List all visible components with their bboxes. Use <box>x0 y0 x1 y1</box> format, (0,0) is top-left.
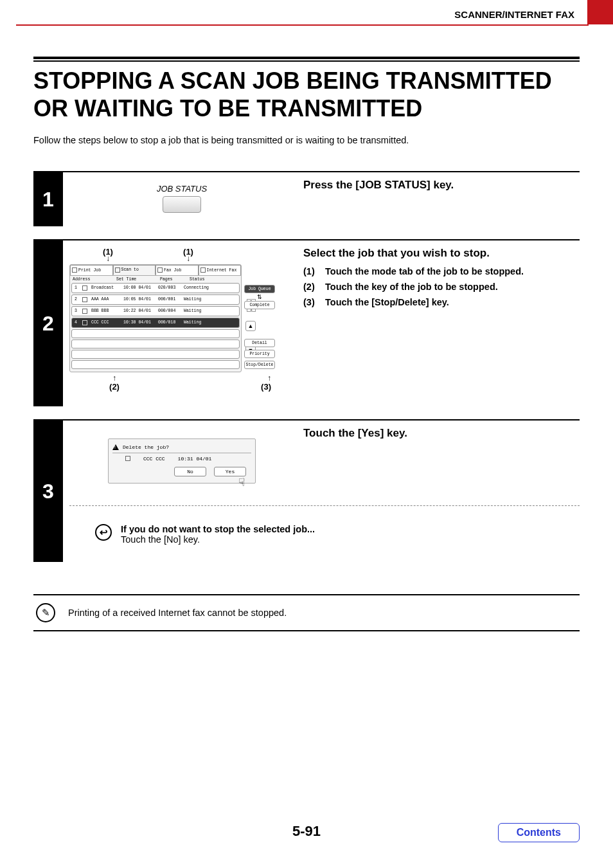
substep: (3)Touch the [Stop/Delete] key. <box>303 297 580 307</box>
job-row-empty <box>71 350 240 359</box>
substep-num: (2) <box>303 282 320 292</box>
pointing-hand-icon: ☟ <box>238 476 245 489</box>
step-3: 3 Delete the job? CCC CCC 10:31 0 <box>33 419 580 562</box>
priority-button[interactable]: Priority <box>244 350 275 358</box>
step2-heading: Select the job that you wish to stop. <box>303 247 580 260</box>
callout-2: (2) <box>69 382 159 392</box>
step3-heading: Touch the [Yes] key. <box>303 427 580 440</box>
tab-scan-to[interactable]: Scan to <box>113 265 156 275</box>
warning-icon <box>112 444 119 450</box>
row-addr: CCC CCC <box>91 320 120 325</box>
row-status: Waiting <box>184 320 201 325</box>
row-time: 10:00 04/01 <box>123 285 154 291</box>
dialog-time: 10:31 04/01 <box>178 456 212 462</box>
info-block: ✎ Printing of a received Internet fax ca… <box>33 594 580 631</box>
col-address: Address <box>73 277 109 282</box>
no-button[interactable]: No <box>174 467 206 476</box>
step-1: 1 JOB STATUS Press the [JOB STATUS] key. <box>33 171 580 226</box>
job-row[interactable]: 1 Broadcast 10:00 04/01 020/003 Connecti… <box>71 283 240 293</box>
callout-3: (3) <box>159 382 271 392</box>
contents-button[interactable]: Contents <box>498 823 580 842</box>
row-pages: 000/001 <box>158 297 180 302</box>
row-time: 10:22 04/01 <box>123 309 154 314</box>
note-text: Touch the [No] key. <box>121 534 315 545</box>
chapter-title: SCANNER/INTERNET FAX <box>454 9 574 20</box>
tab-label: Internet Fax <box>207 268 237 273</box>
col-time: Set Time <box>116 277 152 282</box>
step-number: 2 <box>33 240 63 406</box>
globe-icon <box>200 267 206 273</box>
row-pages: 000/010 <box>158 320 180 325</box>
step2-figure: (1) ↓ (1) ↓ Print Job Scan to Fax Job <box>69 247 294 400</box>
page-number: 5-91 <box>292 823 321 840</box>
tab-internet-fax[interactable]: Internet Fax <box>199 265 242 275</box>
job-row-empty <box>71 360 240 369</box>
note-icon: ✎ <box>36 603 55 622</box>
step-number: 1 <box>33 172 63 226</box>
dialog-job: CCC CCC <box>143 456 165 462</box>
step1-heading: Press the [JOB STATUS] key. <box>303 179 580 192</box>
swap-icon: ⇅ <box>244 296 275 299</box>
mail-icon <box>82 309 87 314</box>
dialog-title: Delete the job? <box>123 444 169 450</box>
row-status: Waiting <box>184 297 201 302</box>
substep-text: Touch the mode tab of the job to be stop… <box>325 266 524 276</box>
step-number: 3 <box>33 420 63 562</box>
printer-icon <box>72 267 77 273</box>
row-addr: Broadcast <box>91 285 120 291</box>
yes-button[interactable]: Yes <box>214 467 246 476</box>
stop-delete-button[interactable]: Stop/Delete <box>244 361 275 369</box>
row-time: 10:05 04/01 <box>123 297 154 302</box>
row-num: 4 <box>75 320 78 325</box>
job-row[interactable]: 2 AAA AAA 10:05 04/01 000/001 Waiting <box>71 294 240 305</box>
info-text: Printing of a received Internet fax cann… <box>68 608 287 618</box>
undo-icon: ↩ <box>95 524 112 541</box>
topic-intro: Follow the steps below to stop a job tha… <box>33 135 580 145</box>
tab-print-job[interactable]: Print Job <box>70 265 113 275</box>
row-num: 2 <box>75 297 78 302</box>
mail-icon <box>82 320 87 325</box>
topic-title: STOPPING A SCAN JOB BEING TRANSMITTED OR… <box>33 67 580 122</box>
header-rule <box>16 24 589 26</box>
tab-label: Fax Job <box>164 268 181 273</box>
job-row[interactable]: 3 BBB BBB 10:22 04/01 000/004 Waiting <box>71 306 240 316</box>
tab-label: Print Job <box>78 268 101 273</box>
row-pages: 020/003 <box>158 285 180 291</box>
detail-button[interactable]: Detail <box>244 339 275 347</box>
complete-button[interactable]: Complete <box>244 301 275 309</box>
job-row-selected[interactable]: 4 CCC CCC 10:30 04/01 000/010 Waiting <box>71 318 240 328</box>
arrow-up-icon: ↑ <box>159 376 271 381</box>
tab-label: Scan to <box>121 267 139 272</box>
confirm-dialog: Delete the job? CCC CCC 10:31 04/01 No Y… <box>108 439 256 484</box>
job-queue-button[interactable]: Job Queue <box>244 285 275 293</box>
substep: (1)Touch the mode tab of the job to be s… <box>303 266 580 276</box>
job-row-empty <box>71 339 240 348</box>
scanner-icon <box>115 267 120 273</box>
row-status: Waiting <box>184 309 201 314</box>
step3-note: ↩ If you do not want to stop the selecte… <box>69 521 580 551</box>
step3-figure: Delete the job? CCC CCC 10:31 04/01 No Y… <box>69 427 294 490</box>
broadcast-icon <box>82 285 87 291</box>
accent-bar <box>587 0 613 24</box>
row-time: 10:30 04/01 <box>123 320 154 325</box>
mail-icon <box>125 456 130 461</box>
col-pages: Pages <box>160 277 182 282</box>
tab-fax-job[interactable]: Fax Job <box>155 265 199 275</box>
col-status: Status <box>190 277 204 282</box>
substep-text: Touch the [Stop/Delete] key. <box>325 297 449 307</box>
substep-num: (3) <box>303 297 320 307</box>
job-status-key[interactable] <box>163 196 201 213</box>
dashed-separator <box>69 505 580 506</box>
topic-rule <box>33 57 580 62</box>
fax-icon <box>157 267 163 273</box>
substep-text: Touch the key of the job to be stopped. <box>325 282 498 292</box>
row-num: 1 <box>75 285 78 291</box>
job-status-label: JOB STATUS <box>69 184 294 194</box>
arrow-down-icon: ↓ <box>147 257 230 261</box>
row-num: 3 <box>75 309 78 314</box>
job-row-empty <box>71 329 240 338</box>
arrow-up-icon: ↑ <box>69 376 159 381</box>
substep-num: (1) <box>303 266 320 276</box>
note-bold: If you do not want to stop the selected … <box>121 524 315 534</box>
substep: (2)Touch the key of the job to be stoppe… <box>303 282 580 292</box>
